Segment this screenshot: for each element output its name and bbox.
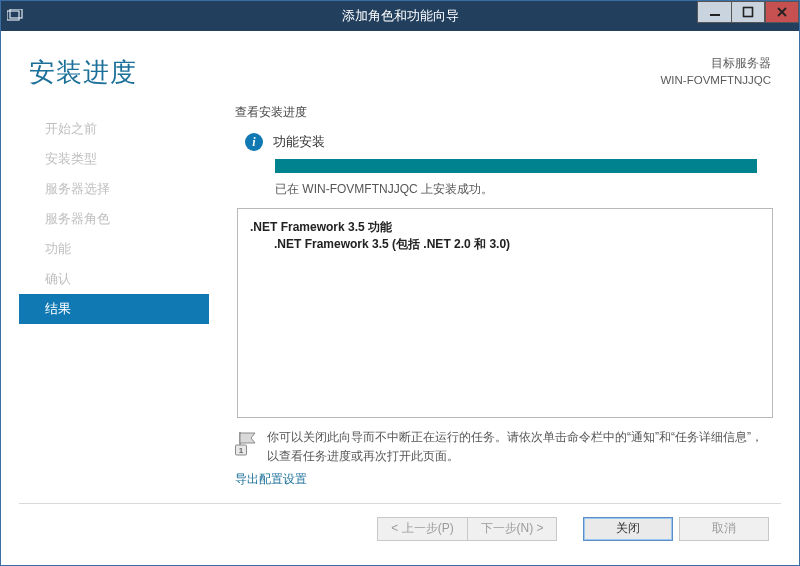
- wizard-sidebar: 开始之前 安装类型 服务器选择 服务器角色 功能 确认 结果: [19, 104, 209, 503]
- sidebar-step-install-type: 安装类型: [19, 144, 209, 174]
- close-wizard-button[interactable]: 关闭: [583, 517, 673, 541]
- sidebar-step-server-roles: 服务器角色: [19, 204, 209, 234]
- note-row: 1 你可以关闭此向导而不中断正在运行的任务。请依次单击命令栏中的“通知”和“任务…: [235, 428, 775, 465]
- svg-rect-1: [10, 9, 22, 18]
- content-area: 安装进度 目标服务器 WIN-FOVMFTNJJQC 开始之前 安装类型 服务器…: [1, 31, 799, 565]
- target-server-name: WIN-FOVMFTNJJQC: [660, 72, 771, 89]
- section-label: 查看安装进度: [235, 104, 775, 121]
- upper-area: 安装进度 目标服务器 WIN-FOVMFTNJJQC 开始之前 安装类型 服务器…: [19, 45, 781, 503]
- app-icon: [1, 1, 29, 31]
- svg-rect-3: [744, 8, 753, 17]
- svg-text:1: 1: [239, 446, 244, 455]
- feature-parent: .NET Framework 3.5 功能: [250, 219, 760, 236]
- wizard-window: 添加角色和功能向导 安装进度 目标服务器 WIN-FOVMF: [0, 0, 800, 566]
- body-row: 开始之前 安装类型 服务器选择 服务器角色 功能 确认 结果 查看安装进度 i …: [19, 104, 781, 503]
- maximize-button[interactable]: [731, 1, 765, 23]
- sidebar-step-before-you-begin: 开始之前: [19, 114, 209, 144]
- features-list-box[interactable]: .NET Framework 3.5 功能 .NET Framework 3.5…: [237, 208, 773, 418]
- svg-rect-0: [7, 11, 19, 20]
- sidebar-step-results: 结果: [19, 294, 209, 324]
- window-controls: [697, 1, 799, 31]
- footer: < 上一步(P) 下一步(N) > 关闭 取消: [19, 503, 781, 553]
- target-server-label: 目标服务器: [660, 55, 771, 72]
- install-result-text: 已在 WIN-FOVMFTNJJQC 上安装成功。: [275, 181, 775, 198]
- sidebar-step-confirmation: 确认: [19, 264, 209, 294]
- next-button: 下一步(N) >: [467, 517, 557, 541]
- previous-button: < 上一步(P): [377, 517, 467, 541]
- header-row: 安装进度 目标服务器 WIN-FOVMFTNJJQC: [19, 45, 781, 90]
- main-panel: 查看安装进度 i 功能安装 已在 WIN-FOVMFTNJJQC 上安装成功。 …: [209, 104, 781, 503]
- close-button[interactable]: [765, 1, 799, 23]
- status-row: i 功能安装: [235, 133, 775, 151]
- target-server-block: 目标服务器 WIN-FOVMFTNJJQC: [660, 55, 771, 90]
- nav-button-group: < 上一步(P) 下一步(N) >: [377, 517, 557, 541]
- flag-icon: 1: [235, 430, 257, 456]
- feature-child: .NET Framework 3.5 (包括 .NET 2.0 和 3.0): [250, 236, 760, 253]
- cancel-button: 取消: [679, 517, 769, 541]
- sidebar-step-features: 功能: [19, 234, 209, 264]
- svg-rect-2: [710, 14, 720, 16]
- titlebar: 添加角色和功能向导: [1, 1, 799, 31]
- export-config-link[interactable]: 导出配置设置: [235, 471, 775, 488]
- note-text: 你可以关闭此向导而不中断正在运行的任务。请依次单击命令栏中的“通知”和“任务详细…: [267, 428, 767, 465]
- sidebar-step-server-selection: 服务器选择: [19, 174, 209, 204]
- window-title: 添加角色和功能向导: [1, 8, 799, 25]
- progress-bar: [275, 159, 757, 173]
- status-text: 功能安装: [273, 134, 325, 151]
- minimize-button[interactable]: [697, 1, 731, 23]
- page-title: 安装进度: [29, 55, 137, 90]
- info-icon: i: [245, 133, 263, 151]
